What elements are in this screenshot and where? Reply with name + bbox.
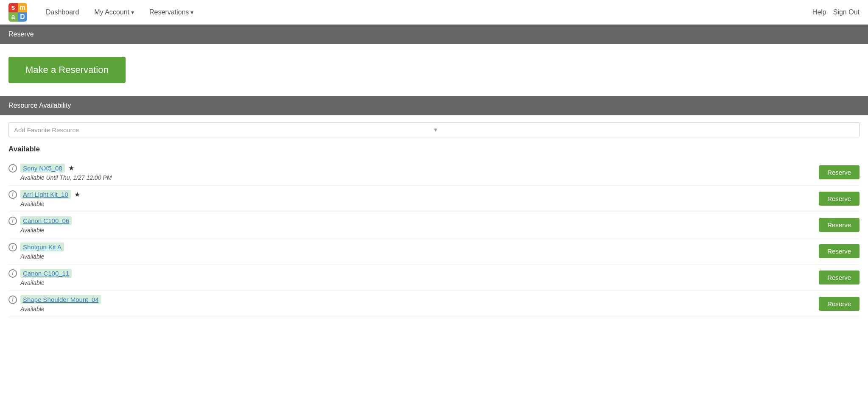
resource-name-row: iCanon C100_06 <box>8 216 819 225</box>
resource-name-row: iSony NX5_08★ <box>8 164 819 173</box>
nav-links: Dashboard My Account Reservations <box>40 5 812 20</box>
nav-reservations[interactable]: Reservations <box>143 5 199 20</box>
make-reservation-button[interactable]: Make a Reservation <box>8 57 126 83</box>
resource-item-left: iCanon C100_11Available <box>8 269 819 286</box>
resource-item: iShape Shoulder Mount_04AvailableReserve <box>8 291 860 317</box>
resource-item-left: iCanon C100_06Available <box>8 216 819 234</box>
reservations-chevron-icon <box>190 8 193 16</box>
resource-item-left: iArri Light Kit_10★Available <box>8 190 819 207</box>
resource-item: iShotgun Kit AAvailableReserve <box>8 238 860 265</box>
resource-name-row: iShape Shoulder Mount_04 <box>8 295 819 304</box>
my-account-chevron-icon <box>131 8 134 16</box>
resource-item: iSony NX5_08★Available Until Thu, 1/27 1… <box>8 159 860 186</box>
resource-item-left: iShotgun Kit AAvailable <box>8 243 819 260</box>
reserve-resource-button[interactable]: Reserve <box>819 271 860 284</box>
add-favorite-resource-dropdown[interactable]: Add Favorite Resource ▾ <box>8 122 860 137</box>
info-icon[interactable]: i <box>8 164 17 173</box>
star-icon[interactable]: ★ <box>74 190 80 198</box>
resource-item-left: iSony NX5_08★Available Until Thu, 1/27 1… <box>8 164 819 181</box>
resource-item: iArri Light Kit_10★AvailableReserve <box>8 186 860 212</box>
info-icon[interactable]: i <box>8 217 17 225</box>
resource-name-row: iArri Light Kit_10★ <box>8 190 819 199</box>
resource-name-row: iShotgun Kit A <box>8 243 819 251</box>
reserve-btn-section: Make a Reservation <box>0 44 868 96</box>
nav-my-account[interactable]: My Account <box>88 5 140 20</box>
info-icon[interactable]: i <box>8 269 17 278</box>
reserve-section-bar: Reserve <box>0 25 868 44</box>
reserve-resource-button[interactable]: Reserve <box>819 192 860 206</box>
star-icon[interactable]: ★ <box>68 164 74 172</box>
resource-status: Available <box>8 279 819 286</box>
resource-item: iCanon C100_11AvailableReserve <box>8 265 860 291</box>
resource-name-link[interactable]: Shape Shoulder Mount_04 <box>20 295 101 304</box>
resource-name-link[interactable]: Canon C100_06 <box>20 216 72 225</box>
nav-sign-out[interactable]: Sign Out <box>833 8 860 16</box>
info-icon[interactable]: i <box>8 296 17 304</box>
logo: s m a D <box>8 3 27 22</box>
resource-list: iSony NX5_08★Available Until Thu, 1/27 1… <box>8 159 860 317</box>
logo-a: a <box>8 12 18 22</box>
reserve-resource-button[interactable]: Reserve <box>819 244 860 258</box>
logo-d: D <box>18 12 27 22</box>
dropdown-chevron-icon: ▾ <box>434 126 854 134</box>
resource-body: Add Favorite Resource ▾ Available iSony … <box>0 115 868 324</box>
nav-dashboard[interactable]: Dashboard <box>40 5 85 20</box>
reserve-resource-button[interactable]: Reserve <box>819 297 860 311</box>
info-icon[interactable]: i <box>8 243 17 251</box>
resource-item-left: iShape Shoulder Mount_04Available <box>8 295 819 312</box>
resource-name-link[interactable]: Canon C100_11 <box>20 269 72 278</box>
nav-help[interactable]: Help <box>812 8 826 16</box>
available-heading: Available <box>8 145 860 153</box>
logo-m: m <box>18 3 27 12</box>
resource-status: Available <box>8 306 819 312</box>
resource-name-link[interactable]: Shotgun Kit A <box>20 243 64 251</box>
resource-item: iCanon C100_06AvailableReserve <box>8 212 860 238</box>
logo-box: s m a D <box>8 3 27 22</box>
resource-name-row: iCanon C100_11 <box>8 269 819 278</box>
navbar: s m a D Dashboard My Account Reservation… <box>0 0 868 25</box>
reserve-resource-button[interactable]: Reserve <box>819 218 860 232</box>
resource-status: Available <box>8 253 819 260</box>
resource-name-link[interactable]: Arri Light Kit_10 <box>20 190 71 199</box>
info-icon[interactable]: i <box>8 190 17 199</box>
resource-name-link[interactable]: Sony NX5_08 <box>20 164 65 173</box>
resource-availability-bar: Resource Availability <box>0 96 868 115</box>
resource-status: Available <box>8 227 819 234</box>
resource-status: Available Until Thu, 1/27 12:00 PM <box>8 174 819 181</box>
logo-s: s <box>8 3 18 12</box>
resource-status: Available <box>8 201 819 207</box>
resource-availability-section: Resource Availability Add Favorite Resou… <box>0 96 868 324</box>
reserve-resource-button[interactable]: Reserve <box>819 165 860 179</box>
nav-right: Help Sign Out <box>812 8 860 16</box>
